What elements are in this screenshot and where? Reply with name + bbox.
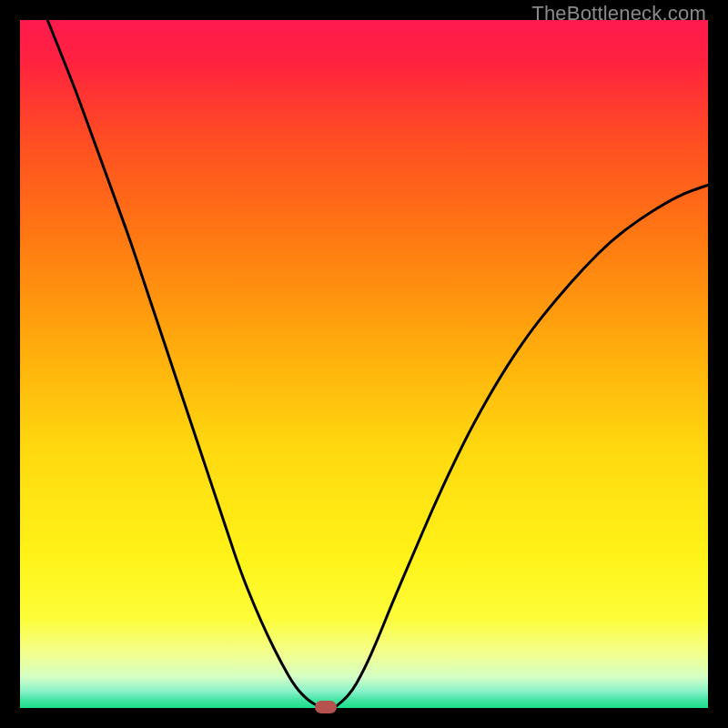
chart-frame	[20, 20, 708, 708]
chart-svg	[20, 20, 708, 708]
gradient-background	[20, 20, 708, 708]
minimum-marker	[315, 701, 337, 713]
